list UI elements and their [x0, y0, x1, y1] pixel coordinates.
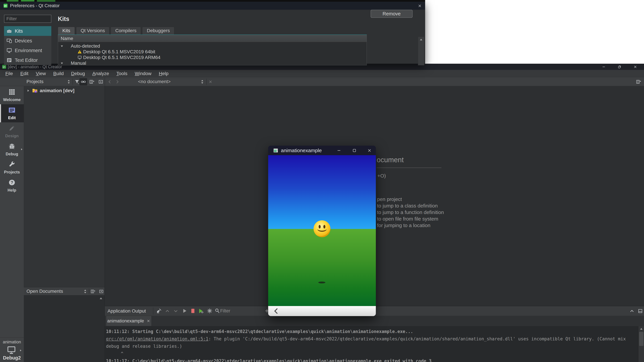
- filter-tree-icon[interactable]: [74, 79, 80, 84]
- split-editor-icon[interactable]: [636, 79, 641, 84]
- close-button[interactable]: [417, 3, 423, 9]
- rerun-icon[interactable]: [182, 308, 187, 314]
- console-line: qrc:/qt/qml/animation/animation.qml:5:1:…: [106, 335, 638, 343]
- menu-item[interactable]: File: [2, 71, 16, 76]
- kit-selector-project: animation: [0, 340, 24, 345]
- kit-row[interactable]: Manual: [58, 60, 366, 65]
- link-icon: [81, 79, 86, 84]
- mode-item[interactable]: Projects: [0, 159, 24, 177]
- mode-item[interactable]: Welcome: [0, 86, 24, 104]
- mode-item[interactable]: ? Help: [0, 177, 24, 195]
- split-pane-icon[interactable]: [89, 79, 94, 84]
- tab[interactable]: Qt Versions: [76, 27, 110, 34]
- animationexample-window[interactable]: animationexample: [268, 146, 376, 316]
- document-selector[interactable]: <no document>: [118, 77, 191, 86]
- editor-hint-line: for jumping to a location: [377, 223, 444, 229]
- scroll-prev-icon[interactable]: [165, 309, 170, 314]
- debug-run-icon[interactable]: [198, 308, 204, 314]
- clear-output-icon[interactable]: [156, 308, 162, 314]
- stop-icon[interactable]: [190, 308, 196, 314]
- editor-hint-line: to jump to a function definition: [377, 210, 444, 216]
- panel-windows-icon[interactable]: [638, 309, 643, 314]
- mode-item[interactable]: Debug: [0, 140, 24, 159]
- synchronize-with-editor-toggle[interactable]: [80, 78, 87, 85]
- background-window-strip: [0, 0, 425, 2]
- go-back-icon[interactable]: [107, 79, 112, 84]
- back-button-icon[interactable]: [273, 308, 280, 314]
- svg-text:QC: QC: [3, 66, 6, 68]
- close-document-icon[interactable]: [208, 80, 213, 84]
- kit-action-button[interactable]: Remove: [371, 10, 412, 18]
- scrollbar-thumb[interactable]: [639, 332, 644, 346]
- editor-hint-line: pen project: [377, 196, 444, 203]
- smiley-face-image[interactable]: [313, 220, 331, 238]
- app-titlebar[interactable]: animationexample: [268, 146, 376, 155]
- expand-arrow-icon[interactable]: [26, 89, 30, 92]
- editor-hint-divider: [377, 168, 442, 168]
- output-tab[interactable]: animationexample: [106, 316, 152, 326]
- kit-selector[interactable]: animation Debug2: [0, 337, 24, 362]
- preferences-titlebar[interactable]: QC Preferences - Qt Creator: [0, 2, 425, 10]
- open-documents-list: [24, 295, 105, 362]
- scroll-next-icon[interactable]: [173, 309, 178, 314]
- maximize-button[interactable]: [350, 146, 359, 155]
- restore-button[interactable]: [616, 64, 623, 70]
- scroll-up-icon[interactable]: [639, 327, 643, 331]
- project-root-row[interactable]: animation [dev]: [24, 87, 104, 94]
- app-bottom-bar: [268, 306, 376, 316]
- close-button[interactable]: [632, 64, 639, 70]
- search-icon[interactable]: [214, 308, 220, 314]
- split-pane-icon[interactable]: [90, 289, 95, 294]
- console-link[interactable]: qrc:/qt/qml/animation/animation.qml:5:1: [106, 336, 208, 341]
- minimize-button[interactable]: [334, 146, 343, 155]
- kits-table-header[interactable]: Name: [58, 35, 366, 42]
- console-scrollbar[interactable]: [638, 326, 644, 362]
- kit-row[interactable]: Auto-detected: [58, 43, 366, 49]
- open-documents-header[interactable]: Open Documents: [24, 287, 105, 295]
- document-selector-arrows-icon[interactable]: [200, 79, 204, 84]
- close-button[interactable]: [365, 146, 374, 155]
- menu-item[interactable]: Build: [50, 71, 68, 76]
- menu-item[interactable]: View: [32, 71, 50, 76]
- preferences-sidebar-item[interactable]: Kits: [4, 26, 51, 36]
- pane-selector-arrows-icon[interactable]: [66, 79, 71, 84]
- pane-selector[interactable]: Projects: [26, 77, 44, 86]
- tab[interactable]: Kits: [58, 27, 75, 34]
- close-icon: [633, 65, 637, 69]
- preferences-sidebar-item[interactable]: Devices: [4, 36, 51, 45]
- page-title: Kits: [58, 15, 69, 22]
- kits-scrollbar[interactable]: [418, 36, 424, 65]
- pane-selector-arrows-icon[interactable]: [83, 289, 88, 294]
- close-icon: [367, 148, 372, 153]
- menu-item[interactable]: Edit: [16, 71, 32, 76]
- kit-row[interactable]: Desktop Qt 6.5.1 MSVC2019 ARM64: [58, 55, 366, 60]
- menu-item[interactable]: Tools: [113, 71, 131, 76]
- scroll-up-icon[interactable]: [99, 296, 103, 301]
- edit-document-icon: [8, 106, 16, 114]
- console-text: : The plugin 'C:/dev/build/qt5-dev-arm64…: [208, 336, 626, 341]
- tri-down-icon[interactable]: [60, 44, 64, 48]
- close-pane-icon[interactable]: [99, 289, 104, 294]
- mode-item[interactable]: Design: [0, 122, 24, 140]
- preferences-sidebar-item[interactable]: Text Editor: [4, 55, 51, 65]
- kits-table: Name Auto-detected Desktop Qt 6.5.1 MSVC…: [58, 34, 367, 65]
- hide-pane-icon[interactable]: [98, 79, 103, 84]
- console-output[interactable]: 10:11:12: Starting C:\dev\build\qt5-dev-…: [105, 326, 638, 362]
- menu-item[interactable]: Debug: [68, 71, 89, 76]
- preferences-filter-input[interactable]: [4, 15, 51, 23]
- menu-item[interactable]: Window: [131, 71, 155, 76]
- tab[interactable]: Debuggers: [142, 27, 174, 34]
- close-tab-icon[interactable]: [146, 319, 150, 323]
- expand-panel-icon[interactable]: [630, 309, 634, 314]
- preferences-sidebar-item[interactable]: Environment: [4, 45, 51, 55]
- settings-gear-icon[interactable]: [207, 308, 212, 314]
- scroll-up-icon[interactable]: [419, 38, 423, 42]
- output-filter-placeholder[interactable]: Filter: [220, 306, 230, 316]
- mode-item[interactable]: Edit: [0, 104, 24, 122]
- tri-down-icon[interactable]: [60, 61, 64, 65]
- menu-item[interactable]: Analyze: [88, 71, 113, 76]
- minimize-button[interactable]: [600, 64, 608, 70]
- menu-item[interactable]: Help: [155, 71, 172, 76]
- tab[interactable]: Compilers: [111, 27, 141, 34]
- kit-row[interactable]: Desktop Qt 6.5.1 MSVC2019 64bit: [58, 49, 366, 55]
